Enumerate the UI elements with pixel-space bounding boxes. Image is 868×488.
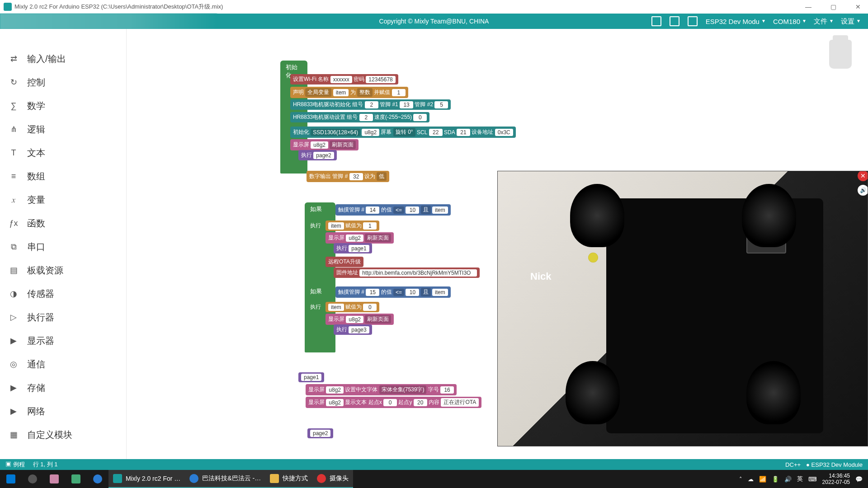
page-name-field[interactable]: page1 xyxy=(301,374,321,381)
tray-volume-icon[interactable]: 🔊 xyxy=(784,476,792,483)
sda-field[interactable]: 21 xyxy=(457,129,470,136)
bus-field[interactable]: u8g2 xyxy=(326,399,344,406)
bus-field[interactable]: u8g2 xyxy=(362,129,379,136)
block-ssd1306-init[interactable]: 初始化 SSD1306(128×64) u8g2 屏幕 旋转 0° SCL 22… xyxy=(290,127,516,138)
wifi-ssid-field[interactable]: xxxxxx xyxy=(330,76,352,83)
layout-icon-3[interactable] xyxy=(688,16,698,26)
pin-field[interactable]: 14 xyxy=(366,206,379,214)
sidebar-item-io[interactable]: ⇄输入/输出 xyxy=(0,47,126,70)
var-field[interactable]: item xyxy=(432,206,448,214)
sidebar-item-variable[interactable]: 𝑥变量 xyxy=(0,188,126,211)
tray-battery-icon[interactable]: 🔋 xyxy=(772,476,779,483)
tray-onedrive-icon[interactable]: ☁ xyxy=(748,476,754,483)
scl-field[interactable]: 22 xyxy=(429,129,443,136)
sidebar-item-text[interactable]: T文本 xyxy=(0,141,126,164)
taskbar-edge-tab[interactable]: 巴法科技&巴法云 -… xyxy=(185,470,265,488)
block-wifi[interactable]: 设置Wi-Fi 名称 xxxxxx 密码 12345678 xyxy=(290,74,398,84)
scope-field[interactable]: 全局变量 xyxy=(305,88,331,97)
action-field[interactable]: 刷新页面 xyxy=(365,315,391,324)
trash-icon[interactable] xyxy=(829,40,852,69)
value-field[interactable]: 0 xyxy=(363,304,377,311)
block-category-sidebar[interactable]: ⇄输入/输出 ↻控制 ∑数学 ⋔逻辑 T文本 ≡数组 𝑥变量 ƒx函数 ⧉串口 … xyxy=(0,29,127,470)
sidebar-item-display[interactable]: ▶显示器 xyxy=(0,329,126,352)
group-field[interactable]: 2 xyxy=(365,101,378,108)
sidebar-item-control[interactable]: ↻控制 xyxy=(0,70,126,94)
block-if-container-1[interactable]: 如果 xyxy=(305,202,335,288)
sidebar-item-actuator[interactable]: ▷执行器 xyxy=(0,305,126,329)
pin2-field[interactable]: 5 xyxy=(434,101,448,108)
taskbar-calc[interactable] xyxy=(65,470,87,488)
page-field[interactable]: page1 xyxy=(349,245,369,252)
block-set-font[interactable]: 显示屏 u8g2 设置中文字体 宋体全集(7539字) 字号 16 xyxy=(306,384,457,395)
font-field[interactable]: 宋体全集(7539字) xyxy=(379,385,427,394)
tray-notifications-icon[interactable]: 💬 xyxy=(855,476,863,483)
wifi-password-field[interactable]: 12345678 xyxy=(366,76,395,83)
settings-menu[interactable]: 设置 ▾ xyxy=(841,17,860,26)
block-draw-text[interactable]: 显示屏 u8g2 显示文本 起点x 0 起点y 20 内容 正在进行OTA xyxy=(306,397,481,408)
var-name-field[interactable]: item xyxy=(333,89,349,96)
pin1-field[interactable]: 13 xyxy=(400,101,413,108)
threshold-field[interactable]: 10 xyxy=(406,206,419,214)
block-touch-cond-2[interactable]: 触摸管脚 # 15 的值 <= 10 且 item xyxy=(335,286,451,298)
layout-icon-1[interactable] xyxy=(651,16,661,26)
block-hr8833-init[interactable]: HR8833电机驱动初始化 组号 2 管脚 #1 13 管脚 #2 5 xyxy=(290,99,451,110)
speed-field[interactable]: 0 xyxy=(413,114,427,121)
page-name-field[interactable]: page2 xyxy=(310,430,330,437)
group-field[interactable]: 2 xyxy=(359,114,373,121)
block-page2-def[interactable]: page2 xyxy=(307,428,333,438)
layout-icon-2[interactable] xyxy=(670,16,679,26)
op-field[interactable]: <= xyxy=(393,206,404,214)
windows-taskbar[interactable]: Mixly 2.0 rc2 For … 巴法科技&巴法云 -… 快捷方式 摄像头… xyxy=(0,470,868,488)
sidebar-item-board[interactable]: ▤板载资源 xyxy=(0,258,126,282)
block-display-refresh-2[interactable]: 显示屏 u8g2 刷新页面 xyxy=(326,314,394,325)
size-field[interactable]: 16 xyxy=(440,386,454,394)
block-page1-def[interactable]: page1 xyxy=(298,372,324,382)
level-field[interactable]: 低 xyxy=(377,172,387,181)
sidebar-item-custom[interactable]: ▦自定义模块 xyxy=(0,423,126,446)
taskbar-shortcut[interactable]: 快捷方式 xyxy=(265,470,312,488)
op-field[interactable]: <= xyxy=(393,289,404,296)
rotation-field[interactable]: 旋转 0° xyxy=(393,128,415,136)
bus-field[interactable]: u8g2 xyxy=(326,386,344,394)
block-exec-page1[interactable]: 执行 page1 xyxy=(334,243,372,253)
webcam-overlay[interactable]: Nick ✕ 🔊 xyxy=(497,171,868,446)
block-display-refresh-1[interactable]: 显示屏 u8g2 刷新页面 xyxy=(326,232,394,244)
sidebar-item-serial[interactable]: ⧉串口 xyxy=(0,235,126,258)
tray-clock[interactable]: 14:36:45 2022-07-05 xyxy=(822,473,850,486)
block-canvas[interactable]: 初始化 设置Wi-Fi 名称 xxxxxx 密码 12345678 声明 全局变… xyxy=(127,29,868,470)
bus-field[interactable]: u8g2 xyxy=(346,235,363,242)
page-field[interactable]: page2 xyxy=(313,152,334,159)
pin-field[interactable]: 15 xyxy=(366,289,379,296)
type-field[interactable]: 整数 xyxy=(357,88,373,97)
board-select[interactable]: ESP32 Dev Modu ▾ xyxy=(706,18,765,25)
block-display-refresh[interactable]: 显示屏 u8g2 刷新页面 xyxy=(290,139,359,150)
content-field[interactable]: 正在进行OTA xyxy=(441,398,479,407)
sidebar-item-math[interactable]: ∑数学 xyxy=(0,94,126,117)
pin-field[interactable]: 32 xyxy=(349,173,363,180)
model-field[interactable]: SSD1306(128×64) xyxy=(311,129,360,136)
x-field[interactable]: 0 xyxy=(383,399,397,406)
value-field[interactable]: 1 xyxy=(363,222,377,230)
action-field[interactable]: 刷新页面 xyxy=(330,141,356,149)
tray-ime[interactable]: 英 xyxy=(797,475,803,483)
sidebar-item-function[interactable]: ƒx函数 xyxy=(0,211,126,235)
port-select[interactable]: COM180 ▾ xyxy=(773,18,806,25)
addr-field[interactable]: 0x3C xyxy=(495,129,513,136)
taskbar-edge[interactable] xyxy=(87,470,108,488)
tray-up-icon[interactable]: ˄ xyxy=(739,476,742,483)
block-ota-url[interactable]: 固件地址 http://bin.bemfa.com/b/3BcNjRkMmY5M… xyxy=(334,267,480,278)
var-field[interactable]: item xyxy=(328,304,344,311)
block-ota[interactable]: 远程OTA升级 xyxy=(326,257,363,267)
var-field[interactable]: item xyxy=(328,222,344,230)
and-field[interactable]: 且 xyxy=(421,288,431,296)
value-field[interactable]: 1 xyxy=(392,89,406,96)
block-digital-out[interactable]: 数字输出 管脚 # 32 设为 低 xyxy=(307,171,389,182)
sidebar-item-comm[interactable]: ◎通信 xyxy=(0,352,126,376)
status-mode[interactable]: ▣ 例程 xyxy=(5,460,25,469)
sidebar-item-storage[interactable]: ▶存储 xyxy=(0,376,126,399)
var-field[interactable]: item xyxy=(432,289,448,296)
page-field[interactable]: page3 xyxy=(349,326,369,333)
webcam-close-button[interactable]: ✕ xyxy=(858,171,868,181)
sidebar-item-logic[interactable]: ⋔逻辑 xyxy=(0,117,126,141)
block-exec-page2[interactable]: 执行 page2 xyxy=(298,150,337,160)
